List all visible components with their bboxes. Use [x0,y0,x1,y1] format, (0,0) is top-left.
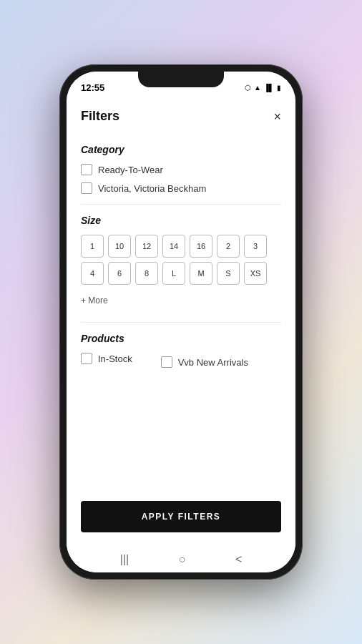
product-checkbox-2[interactable] [161,356,172,368]
products-section-title: Products [81,333,281,344]
filter-body: Category Ready-To-Wear Victoria, Victori… [67,134,295,381]
product-label-2: Vvb New Arrivals [178,357,248,368]
category-option-2: Victoria, Victoria Beckham [81,182,281,194]
size-chip-16[interactable]: 16 [190,235,212,258]
apply-button-container: APPLY FILTERS [67,489,295,547]
bluetooth-icon: ⬡ [245,84,251,92]
phone-frame: 12:55 ⬡ ▲ ▐▌ ▮ Filters × Category [59,64,303,580]
size-chip-XS[interactable]: XS [244,262,267,285]
status-bar: 12:55 ⬡ ▲ ▐▌ ▮ [67,72,295,97]
category-checkbox-1[interactable] [81,164,92,175]
notch [138,72,224,87]
apply-filters-button[interactable]: APPLY FILTERS [81,501,281,532]
size-chip-6[interactable]: 6 [108,262,131,285]
product-label-1: In-Stock [98,353,132,364]
category-option-1: Ready-To-Wear [81,164,281,175]
close-button[interactable]: × [273,110,281,123]
home-icon[interactable]: ○ [179,553,186,566]
size-chip-12[interactable]: 12 [135,235,158,258]
size-chip-M[interactable]: M [190,262,212,285]
size-grid: 1 10 12 14 16 2 3 4 6 8 L M S [81,235,281,312]
size-chip-4[interactable]: 4 [81,262,104,285]
product-option-2: Vvb New Arrivals [161,356,248,368]
product-option-1: In-Stock [81,353,132,364]
filter-panel: Filters × Category Ready-To-Wear Victor [67,97,295,547]
signal-icon: ▐▌ [264,84,274,92]
battery-icon: ▮ [277,84,281,92]
size-chip-14[interactable]: 14 [162,235,185,258]
size-chip-10[interactable]: 10 [108,235,131,258]
size-section-title: Size [81,215,281,226]
size-section: Size 1 10 12 14 16 2 3 4 6 8 L [81,205,281,323]
category-checkbox-2[interactable] [81,182,92,194]
size-chip-L[interactable]: L [162,262,185,285]
screen-content: Filters × Category Ready-To-Wear Victor [67,97,295,547]
status-icons: ⬡ ▲ ▐▌ ▮ [245,84,281,92]
size-chip-8[interactable]: 8 [135,262,158,285]
size-chip-S[interactable]: S [217,262,240,285]
more-sizes-button[interactable]: + More [81,289,108,312]
size-chip-1[interactable]: 1 [81,235,104,258]
category-section-title: Category [81,144,281,155]
spacer [67,381,295,489]
category-label-2: Victoria, Victoria Beckham [98,183,206,194]
home-bar: ||| ○ < [67,547,295,572]
phone-screen: 12:55 ⬡ ▲ ▐▌ ▮ Filters × Category [67,72,295,572]
back-icon[interactable]: < [235,553,242,566]
filter-title: Filters [81,109,119,124]
products-row: In-Stock Vvb New Arrivals [81,353,281,371]
products-section: Products In-Stock Vvb New Arrivals [81,323,281,381]
size-chip-2[interactable]: 2 [217,235,240,258]
size-chip-3[interactable]: 3 [244,235,267,258]
product-checkbox-1[interactable] [81,353,92,364]
wifi-icon: ▲ [254,84,261,92]
category-section: Category Ready-To-Wear Victoria, Victori… [81,134,281,205]
status-time: 12:55 [81,82,104,93]
category-label-1: Ready-To-Wear [98,165,163,175]
hamburger-icon[interactable]: ||| [120,553,129,566]
filter-header: Filters × [67,97,295,134]
